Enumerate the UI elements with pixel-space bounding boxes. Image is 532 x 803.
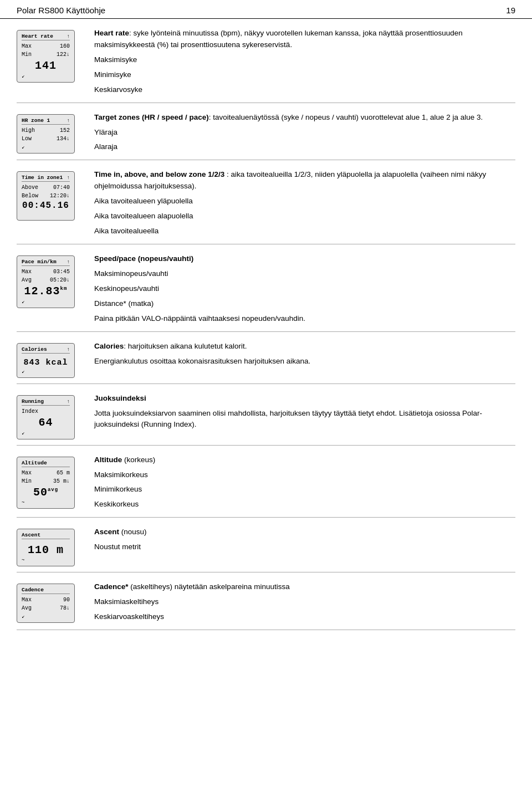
screen-ascent: Ascent 110 m ~ xyxy=(17,529,75,566)
section-altitude: Altitude Max 65 m Min 35 m↓ 50avg ~ Alti… xyxy=(17,446,515,518)
screen-altitude: Altitude Max 65 m Min 35 m↓ 50avg ~ xyxy=(17,457,75,509)
page-number: 19 xyxy=(506,6,515,15)
screen-time-in-zone: Time in zone1 Above 07:40 Below 12:20↓ 0… xyxy=(17,171,75,221)
device-image-calories: Calories 843 kcal ↙ xyxy=(17,341,83,378)
section-speed-pace: Pace min/km Max 03:45 Avg 05:20↓ 12.83km… xyxy=(17,244,515,332)
section-calories: Calories 843 kcal ↙ Calories: harjoituks… xyxy=(17,332,515,384)
screen-running-index: Running Index 64 ↙ xyxy=(17,395,75,439)
section-heart-rate: Heart rate Max 160 Min 122↓ 141 ↙ Heart … xyxy=(17,19,515,103)
section-text-ascent: Ascent (nousu) Noustut metrit xyxy=(94,526,515,566)
screen-cadence: Cadence Max 90 Avg 78↓ ↙ xyxy=(17,584,75,623)
section-ascent: Ascent 110 m ~ Ascent (nousu) Noustut me… xyxy=(17,518,515,572)
section-text-target-zones: Target zones (HR / speed / pace): tavoit… xyxy=(94,112,515,155)
device-image-running-index: Running Index 64 ↙ xyxy=(17,393,83,439)
section-target-zones: HR zone 1 High 152 Low 134↓ ↙ Target zon… xyxy=(17,103,515,161)
device-image-ascent: Ascent 110 m ~ xyxy=(17,526,83,566)
screen-speed-pace: Pace min/km Max 03:45 Avg 05:20↓ 12.83km… xyxy=(17,255,75,308)
section-cadence: Cadence Max 90 Avg 78↓ ↙ Cadence* (askel… xyxy=(17,572,515,630)
section-text-time-in-zone: Time in, above, and below zone 1/2/3 : a… xyxy=(94,169,515,238)
section-text-cadence: Cadence* (askeltiheys) näytetään askelpa… xyxy=(94,581,515,624)
page-header: Polar RS800 Käyttöohje 19 xyxy=(0,0,532,19)
screen-calories: Calories 843 kcal ↙ xyxy=(17,343,75,378)
screen-heart-rate: Heart rate Max 160 Min 122↓ 141 ↙ xyxy=(17,30,75,83)
device-image-cadence: Cadence Max 90 Avg 78↓ ↙ xyxy=(17,581,83,624)
section-text-speed-pace: Speed/pace (nopeus/vauhti) Maksiminopeus… xyxy=(94,253,515,326)
section-time-in-zone: Time in zone1 Above 07:40 Below 12:20↓ 0… xyxy=(17,160,515,244)
device-image-altitude: Altitude Max 65 m Min 35 m↓ 50avg ~ xyxy=(17,454,83,512)
page-title: Polar RS800 Käyttöohje xyxy=(17,6,105,15)
device-image-speed-pace: Pace min/km Max 03:45 Avg 05:20↓ 12.83km… xyxy=(17,253,83,326)
section-text-heart-rate: Heart rate: syke lyönteinä minuutissa (b… xyxy=(94,28,515,97)
section-text-altitude: Altitude (korkeus) Maksimikorkeus Minimi… xyxy=(94,454,515,512)
device-image-time-in-zone: Time in zone1 Above 07:40 Below 12:20↓ 0… xyxy=(17,169,83,238)
content-area: Heart rate Max 160 Min 122↓ 141 ↙ Heart … xyxy=(0,19,532,630)
screen-target-zones: HR zone 1 High 152 Low 134↓ ↙ xyxy=(17,114,75,154)
device-image-heart-rate: Heart rate Max 160 Min 122↓ 141 ↙ xyxy=(17,28,83,97)
section-running-index: Running Index 64 ↙ Juoksuindeksi Jotta j… xyxy=(17,384,515,446)
section-text-calories: Calories: harjoituksen aikana kulutetut … xyxy=(94,341,515,378)
section-text-running-index: Juoksuindeksi Jotta juoksuindeksiarvon s… xyxy=(94,393,515,439)
device-image-target-zones: HR zone 1 High 152 Low 134↓ ↙ xyxy=(17,112,83,155)
